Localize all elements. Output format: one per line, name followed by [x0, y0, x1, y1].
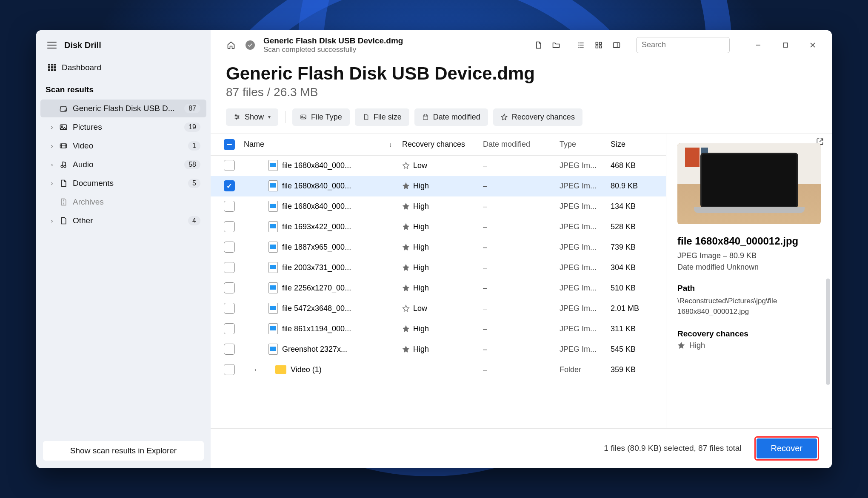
table-row[interactable]: file 1680x840_000... Low – JPEG Im... 46…: [211, 156, 666, 176]
star-icon: [501, 114, 508, 120]
svg-rect-8: [596, 46, 598, 48]
row-checkbox[interactable]: [224, 262, 235, 273]
table-row[interactable]: file 861x1194_000... High – JPEG Im... 3…: [211, 319, 666, 339]
file-name: file 5472x3648_00...: [282, 304, 351, 313]
document-icon: [59, 179, 68, 188]
master-checkbox[interactable]: [224, 139, 235, 150]
maximize-icon[interactable]: [772, 37, 799, 53]
row-checkbox[interactable]: [224, 282, 235, 293]
sidebar-item-generic-flash-disk-usb-d-[interactable]: Generic Flash Disk USB D... 87: [40, 100, 206, 117]
col-name[interactable]: Name↓: [240, 140, 402, 149]
minimize-icon[interactable]: [745, 37, 771, 53]
col-type[interactable]: Type: [560, 140, 611, 149]
table-row[interactable]: file 1693x422_000... High – JPEG Im... 5…: [211, 217, 666, 237]
table-header: Name↓ Recovery chances Date modified Typ…: [211, 134, 666, 156]
svg-rect-7: [600, 42, 602, 44]
table-body: file 1680x840_000... Low – JPEG Im... 46…: [211, 156, 666, 428]
table-row[interactable]: ›Video (1) – Folder 359 KB: [211, 360, 666, 380]
sidebar-item-documents[interactable]: › Documents 5: [40, 174, 206, 192]
sidebar-item-label: Audio: [73, 160, 94, 169]
archive-icon: [59, 198, 68, 206]
svg-point-15: [236, 118, 237, 120]
main-panel: Generic Flash Disk USB Device.dmg Scan c…: [211, 30, 832, 468]
file-size-filter[interactable]: File size: [355, 108, 409, 126]
chevron-right-icon: ›: [50, 124, 54, 131]
star-icon: [402, 162, 410, 169]
preview-recovery-value: High: [689, 341, 705, 350]
file-table: Name↓ Recovery chances Date modified Typ…: [211, 134, 666, 428]
row-checkbox[interactable]: [224, 201, 235, 212]
video-icon: [59, 142, 68, 150]
sidebar-item-video[interactable]: › Video 1: [40, 137, 206, 155]
row-checkbox[interactable]: [224, 344, 235, 355]
svg-rect-18: [423, 115, 428, 120]
recovery-chances-filter[interactable]: Recovery chances: [493, 108, 582, 126]
count-badge: 19: [184, 122, 200, 132]
file-name: file 1680x840_000...: [282, 202, 351, 211]
preview-path: \Reconstructed\Pictures\jpg\file 1680x84…: [677, 296, 821, 317]
show-filter[interactable]: Show ▾: [226, 108, 278, 126]
star-icon: [677, 341, 685, 349]
star-icon: [402, 202, 410, 210]
dashboard-icon: [48, 64, 56, 71]
sidebar-item-audio[interactable]: › Audio 58: [40, 156, 206, 174]
date-modified-filter[interactable]: Date modified: [414, 108, 488, 126]
file-type-filter[interactable]: File Type: [292, 108, 350, 126]
sidebar-item-label: Video: [73, 141, 93, 151]
grid-view-icon[interactable]: [591, 37, 606, 53]
row-checkbox[interactable]: [224, 160, 235, 171]
count-badge: 87: [184, 104, 200, 113]
col-recovery[interactable]: Recovery chances: [402, 140, 483, 149]
count-badge: 58: [184, 160, 200, 169]
row-checkbox[interactable]: [224, 303, 235, 314]
row-checkbox[interactable]: [224, 323, 235, 334]
sidebar-item-other[interactable]: › Other 4: [40, 212, 206, 230]
image-file-icon: [268, 242, 278, 253]
col-size[interactable]: Size: [611, 140, 666, 149]
menu-icon[interactable]: [47, 42, 57, 48]
col-date[interactable]: Date modified: [483, 140, 560, 149]
show-in-explorer-button[interactable]: Show scan results in Explorer: [43, 441, 204, 461]
preview-recovery-label: Recovery chances: [677, 329, 821, 339]
row-checkbox[interactable]: [224, 242, 235, 253]
star-icon: [402, 182, 410, 190]
close-icon[interactable]: [799, 37, 826, 53]
sidebar-item-label: Archives: [73, 197, 104, 207]
row-checkbox[interactable]: [224, 221, 235, 232]
svg-point-0: [65, 110, 66, 111]
footer: 1 files (80.9 KB) selected, 87 files tot…: [211, 428, 832, 468]
filter-bar: Show ▾ File Type File size Date modified…: [211, 108, 832, 134]
table-row[interactable]: file 2256x1270_00... High – JPEG Im... 5…: [211, 278, 666, 299]
row-checkbox[interactable]: [224, 180, 235, 191]
table-row[interactable]: file 1680x840_000... High – JPEG Im... 1…: [211, 196, 666, 217]
image-file-icon: [268, 221, 278, 232]
table-row[interactable]: file 1680x840_000... High – JPEG Im... 8…: [211, 176, 666, 196]
count-badge: 1: [188, 141, 200, 151]
recover-button[interactable]: Recover: [757, 438, 817, 458]
table-row[interactable]: file 5472x3648_00... Low – JPEG Im... 2.…: [211, 299, 666, 319]
chevron-right-icon[interactable]: ›: [252, 366, 258, 373]
file-icon[interactable]: [531, 37, 546, 53]
row-checkbox[interactable]: [224, 364, 235, 375]
table-row[interactable]: Greenshot 2327x... High – JPEG Im... 545…: [211, 339, 666, 360]
nav-dashboard[interactable]: Dashboard: [40, 58, 206, 77]
list-view-icon[interactable]: [573, 37, 588, 53]
picture-icon: [300, 114, 307, 120]
sidebar-item-pictures[interactable]: › Pictures 19: [40, 118, 206, 136]
folder-icon[interactable]: [548, 37, 564, 53]
picture-icon: [59, 123, 68, 131]
split-view-icon[interactable]: [609, 37, 624, 53]
home-icon[interactable]: [223, 37, 239, 53]
star-icon: [402, 304, 410, 312]
sidebar-item-archives[interactable]: Archives: [40, 193, 206, 211]
scan-status: Scan completed successfully: [263, 46, 521, 54]
table-row[interactable]: file 1887x965_000... High – JPEG Im... 7…: [211, 237, 666, 258]
search-input[interactable]: [642, 40, 740, 49]
scrollbar[interactable]: [826, 279, 830, 385]
image-file-icon: [268, 180, 278, 191]
search-box[interactable]: [636, 37, 730, 53]
file-name: file 1693x422_000...: [282, 222, 351, 231]
other-icon: [59, 216, 68, 225]
svg-point-4: [61, 165, 63, 167]
table-row[interactable]: file 2003x731_000... High – JPEG Im... 3…: [211, 258, 666, 278]
